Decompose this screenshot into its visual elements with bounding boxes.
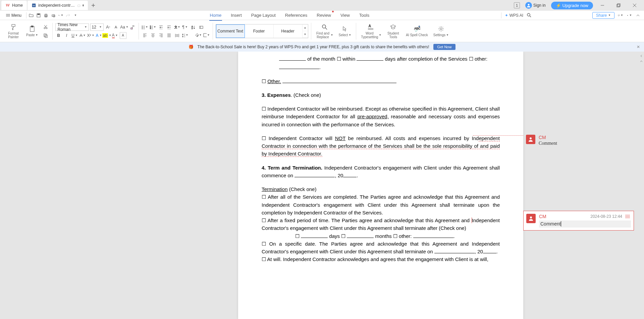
settings-button[interactable]: Settings▼ (431, 21, 451, 41)
qat-more-button[interactable]: ▼ (73, 13, 78, 18)
tab-page-layout[interactable]: Page Layout (251, 11, 276, 19)
tab-document[interactable]: W independent-contractor-agree (28, 1, 88, 10)
save-button[interactable] (36, 13, 41, 18)
promo-get-now-button[interactable]: Get Now (433, 44, 456, 50)
cut-button[interactable] (42, 23, 49, 30)
paste-icon[interactable] (29, 25, 36, 33)
comment-menu-icon[interactable] (625, 214, 631, 219)
bullets-button[interactable]: ▼ (142, 24, 148, 30)
student-tools-button[interactable]: Student Tools (384, 21, 402, 41)
wps-ai-button[interactable]: ✦ WPS AI (505, 13, 523, 18)
font-size-select[interactable]: 12▼ (90, 23, 104, 31)
maximize-button[interactable] (612, 0, 625, 11)
svg-point-87 (419, 26, 420, 27)
shrink-font-button[interactable]: A- (113, 24, 120, 30)
svg-text:Z: Z (192, 27, 193, 29)
copy-button[interactable] (42, 32, 49, 39)
font-family-select[interactable]: Times New Roman▼ (55, 23, 89, 31)
tab-view[interactable]: View (340, 11, 351, 19)
distribute-button[interactable] (174, 32, 180, 39)
borders-button[interactable]: ▼ (203, 32, 210, 39)
promo-close-button[interactable]: ✕ (637, 45, 640, 49)
promo-bar: 🎁 The Back-to-School Sale is here! Buy 2… (0, 42, 644, 52)
rail-expand-icon[interactable] (640, 54, 643, 57)
format-painter-group[interactable]: Format Painter (4, 21, 23, 41)
text-direction-button[interactable]: 文▼ (174, 24, 180, 30)
comments-toggle-button[interactable]: ▼ (618, 13, 623, 18)
highlight-button[interactable]: ab▼ (104, 32, 110, 39)
change-case-button[interactable]: Aa▼ (121, 24, 128, 30)
numbering-button[interactable]: 123▼ (150, 24, 156, 30)
paste-group: Paste▼ (24, 21, 40, 41)
document-page[interactable]: of the month ☐ within days after complet… (238, 52, 523, 319)
tabs-button[interactable] (198, 24, 205, 30)
line-spacing-button[interactable]: ▼ (182, 32, 189, 39)
decrease-indent-button[interactable] (158, 24, 164, 30)
style-comment-text[interactable]: Comment Text (216, 24, 245, 38)
gift-icon: 🎁 (189, 45, 194, 49)
signin-button[interactable]: Sign in (523, 1, 548, 10)
superscript-button[interactable]: X²▼ (88, 32, 94, 39)
word-typesetting-button[interactable]: A Word Typesetting▼ (359, 21, 382, 41)
print-button[interactable] (43, 13, 49, 18)
minimize-button[interactable] (596, 0, 609, 11)
bold-button[interactable]: B (55, 32, 62, 39)
svg-rect-25 (31, 26, 33, 27)
tab-insert[interactable]: Insert (230, 11, 243, 19)
find-replace-button[interactable]: Find and Replace▼ (314, 21, 335, 41)
tab-doc-label: independent-contractor-agree (38, 3, 75, 8)
open-file-button[interactable] (29, 13, 34, 18)
style-header[interactable]: Header (274, 24, 303, 38)
tab-tools[interactable]: Tools (359, 11, 370, 19)
italic-button[interactable]: I (63, 32, 70, 39)
comment-avatar-icon (526, 135, 535, 144)
clear-formatting-button[interactable] (129, 24, 136, 30)
increase-indent-button[interactable] (166, 24, 172, 30)
font-color-button[interactable]: A▼ (112, 32, 118, 39)
svg-point-26 (44, 27, 45, 29)
comment-card-1[interactable]: CM Comment (523, 132, 634, 149)
tab-preview-icon[interactable] (77, 3, 80, 7)
comment-author: CM 2024-08-23 12:44 (539, 214, 631, 219)
upgrade-button[interactable]: ⚡Upgrade now (551, 2, 593, 9)
comment-edit-input[interactable]: Comment (539, 220, 631, 228)
add-tab-button[interactable] (89, 1, 98, 10)
styles-gallery[interactable]: Comment Text Footer Header ▲▼ (216, 24, 308, 38)
collapse-ribbon-button[interactable] (635, 13, 641, 18)
tab-home-ribbon[interactable]: Home (209, 11, 222, 19)
redo-button[interactable] (65, 13, 71, 18)
align-left-button[interactable] (142, 32, 148, 39)
text-effects-button[interactable]: A▼ (96, 32, 102, 39)
select-button[interactable]: Select▼ (337, 21, 354, 41)
underline-button[interactable]: U▼ (71, 32, 78, 39)
justify-button[interactable] (166, 32, 172, 39)
close-window-button[interactable] (628, 0, 641, 11)
more-options-button[interactable]: ▼ (627, 13, 632, 18)
strikethrough-button[interactable]: A▼ (79, 32, 86, 39)
tab-references[interactable]: References (284, 11, 308, 19)
menu-button[interactable]: Menu (3, 12, 24, 19)
styles-scroll[interactable]: ▲▼ (303, 24, 308, 38)
tab-review[interactable]: Review (316, 11, 332, 19)
style-footer[interactable]: Footer (245, 24, 274, 38)
sort-button[interactable]: AZ (190, 24, 197, 30)
shading-button[interactable]: ▼ (195, 32, 202, 39)
notification-badge[interactable]: 1 (514, 2, 520, 8)
print-preview-button[interactable] (51, 13, 56, 18)
svg-line-82 (325, 28, 327, 29)
paragraph-marks-button[interactable]: ¶▼ (182, 24, 189, 30)
spell-check-button[interactable]: ABC AI Spell Check (404, 21, 430, 41)
search-button[interactable] (527, 13, 532, 18)
tab-home[interactable]: Home (1, 1, 27, 10)
share-button[interactable]: Share▼ (592, 12, 614, 19)
undo-button[interactable]: ▼ (58, 13, 63, 18)
phonetic-guide-button[interactable]: A (120, 32, 126, 39)
align-center-button[interactable] (150, 32, 156, 39)
grow-font-button[interactable]: A+ (105, 24, 112, 30)
comment-connector (473, 135, 523, 136)
graduation-cap-icon (389, 23, 397, 31)
rail-up-icon[interactable] (640, 59, 643, 62)
align-right-button[interactable] (158, 32, 164, 39)
paste-dropdown[interactable]: Paste▼ (26, 33, 38, 37)
comment-card-2-active[interactable]: CM 2024-08-23 12:44 Comment (523, 211, 634, 231)
